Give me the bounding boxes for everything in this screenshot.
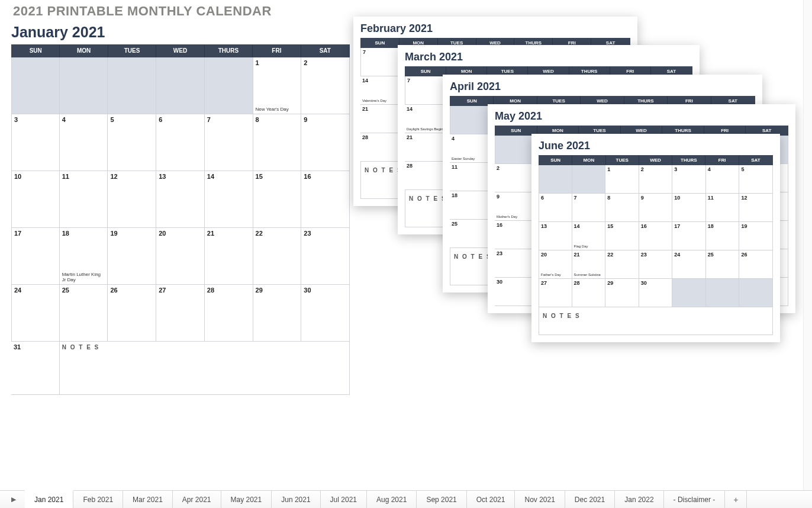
day-cell: 26 xyxy=(108,285,156,342)
day-cell: 13 xyxy=(539,222,572,250)
day-cell: 4 xyxy=(706,165,740,194)
day-number: 29 xyxy=(607,280,613,286)
day-header: WED xyxy=(639,156,672,165)
day-cell xyxy=(672,279,706,307)
day-cell xyxy=(739,279,773,307)
day-number: 7 xyxy=(363,49,366,55)
day-number: 24 xyxy=(14,287,21,294)
month-title: June 2021 xyxy=(539,140,773,152)
day-cell: 18 xyxy=(706,222,740,250)
day-number: 31 xyxy=(14,343,21,351)
day-cell: 1 xyxy=(605,165,639,194)
day-cell: 11 xyxy=(60,171,108,228)
day-number: 22 xyxy=(256,230,263,237)
day-cell: 27 xyxy=(156,285,205,342)
day-cell: 15 xyxy=(605,222,639,250)
month-title: January 2021 xyxy=(11,24,350,41)
day-header: TUES xyxy=(606,156,639,165)
day-number: 19 xyxy=(110,230,117,237)
day-cell: 5 xyxy=(739,165,773,194)
day-cell: 12 xyxy=(739,194,773,222)
day-number: 6 xyxy=(541,195,544,201)
day-number: 1 xyxy=(607,166,610,172)
day-number: 14 xyxy=(574,223,580,229)
day-cell: 7 xyxy=(572,194,606,222)
day-number: 28 xyxy=(574,280,580,286)
day-number: 21 xyxy=(207,230,214,237)
mini-calendar: June 2021SUNMONTUESWEDTHURSFRISAT1234567… xyxy=(531,134,780,342)
day-number: 8 xyxy=(256,116,259,123)
day-number: 15 xyxy=(607,223,613,229)
day-cell xyxy=(156,57,205,114)
day-number: 19 xyxy=(741,223,747,229)
day-cell: 13 xyxy=(156,171,205,228)
day-cell: 6 xyxy=(156,114,205,171)
day-number: 20 xyxy=(159,230,166,237)
sheet-tab[interactable]: Oct 2021 xyxy=(467,491,515,508)
day-number: 12 xyxy=(110,173,117,180)
day-cell: 20Father's Day xyxy=(539,250,572,279)
month-title: April 2021 xyxy=(450,81,755,93)
day-cell: 24 xyxy=(11,285,60,342)
day-cell: 25 xyxy=(60,285,108,342)
day-number: 9 xyxy=(497,194,500,200)
day-number: 14 xyxy=(407,106,413,112)
sheet-tab[interactable]: Sep 2021 xyxy=(417,491,466,508)
day-header: SAT xyxy=(739,156,772,165)
sheet-tab[interactable]: Dec 2021 xyxy=(565,491,615,508)
tab-scroll-right-icon[interactable]: ▶ xyxy=(2,491,25,508)
notes-label: N O T E S xyxy=(365,167,402,173)
day-header: SUN xyxy=(361,38,399,47)
day-cell: 19 xyxy=(739,222,773,250)
sheet-tab[interactable]: Nov 2021 xyxy=(515,491,565,508)
day-number: 7 xyxy=(407,78,410,83)
day-header-row: SUNMONTUESWEDTHURSFRISAT xyxy=(11,44,350,57)
day-number: 8 xyxy=(607,195,610,201)
day-cell: 12 xyxy=(108,171,156,228)
day-number: 12 xyxy=(741,195,747,201)
day-header: THURS xyxy=(205,45,253,57)
sheet-tab-bar: ▶ Jan 2021Feb 2021Mar 2021Apr 2021May 20… xyxy=(0,490,812,508)
day-number: 26 xyxy=(110,287,117,294)
day-header: TUES xyxy=(108,45,156,57)
day-number: 14 xyxy=(207,173,214,180)
sheet-tab[interactable]: - Disclaimer - xyxy=(664,491,726,508)
day-cell xyxy=(706,279,740,307)
month-title: February 2021 xyxy=(360,22,630,35)
sheet-tab[interactable]: May 2021 xyxy=(221,491,272,508)
day-cell: 16 xyxy=(639,222,673,250)
day-cell: 7 xyxy=(205,114,253,171)
sheet-tab[interactable]: Mar 2021 xyxy=(123,491,173,508)
day-number: 21 xyxy=(407,134,413,140)
day-number: 27 xyxy=(541,280,547,286)
sheet-tab[interactable]: Jan 2022 xyxy=(615,491,663,508)
day-number: 24 xyxy=(674,252,680,258)
day-number: 4 xyxy=(62,116,66,123)
day-number: 1 xyxy=(256,59,259,66)
day-number: 11 xyxy=(62,173,69,180)
day-number: 23 xyxy=(304,230,311,237)
day-cell: 20 xyxy=(156,228,205,285)
day-number: 21 xyxy=(574,252,580,258)
sheet-tab[interactable]: Jan 2021 xyxy=(25,490,73,508)
day-cell: 3 xyxy=(11,114,60,171)
day-number: 15 xyxy=(256,173,263,180)
day-cell: 29 xyxy=(253,285,302,342)
sheet-tab[interactable]: Feb 2021 xyxy=(73,491,123,508)
day-number: 18 xyxy=(452,192,457,198)
day-number: 23 xyxy=(641,252,647,258)
day-number: 25 xyxy=(708,252,714,258)
day-cell: 8 xyxy=(605,194,639,222)
sheet-tab[interactable]: Jul 2021 xyxy=(321,491,367,508)
vertical-scrollbar[interactable] xyxy=(803,0,812,490)
sheet-tab[interactable]: Jun 2021 xyxy=(272,491,320,508)
sheet-tab[interactable]: Aug 2021 xyxy=(367,491,417,508)
day-number: 5 xyxy=(741,166,744,172)
day-number: 14 xyxy=(362,78,368,83)
sheet-tab[interactable]: Apr 2021 xyxy=(173,491,221,508)
day-cell: 27 xyxy=(539,279,572,307)
day-cell: 9 xyxy=(301,114,350,171)
day-number: 28 xyxy=(407,163,413,169)
calendar-grid: 1New Year's Day2345678910111213141516171… xyxy=(11,57,350,342)
add-sheet-button[interactable]: + xyxy=(725,491,747,508)
